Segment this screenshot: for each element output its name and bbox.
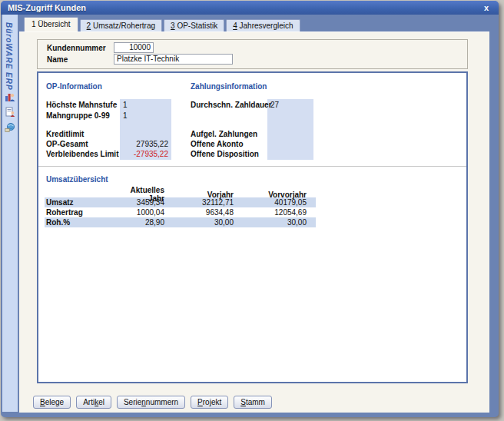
zahlungsinformation-title: Zahlungsinformation: [191, 82, 267, 91]
name-label: Name: [47, 55, 68, 65]
op-row: Verbleibendes Limit -27935,22 Offene Dis…: [38, 150, 466, 160]
close-icon[interactable]: x: [481, 4, 492, 12]
seriennummern-button[interactable]: Seriennummern: [117, 396, 185, 409]
brand-logo: BüroWARE ERP: [5, 22, 13, 91]
kundennummer-label: Kundennummer: [47, 43, 106, 53]
col-vorjahr: Vorjahr: [174, 191, 243, 199]
tab-uebersicht[interactable]: 1 Übersicht: [24, 17, 78, 31]
col-vorvorjahr: Vorvorjahr: [243, 191, 316, 199]
report-person-icon[interactable]: [5, 107, 15, 118]
content-panel: Kundennummer 10000 Name Platzke IT-Techn…: [19, 31, 489, 413]
table-row-roh-prozent: Roh.% 28,90 30,00 30,00: [45, 217, 316, 227]
belege-button[interactable]: Belege: [33, 396, 71, 409]
table-row-umsatz: Umsatz 3459,34 32112,71 40179,05: [45, 197, 316, 207]
kundennummer-field[interactable]: 10000: [114, 42, 154, 53]
projekt-button[interactable]: Projekt: [191, 396, 228, 409]
name-field[interactable]: Platzke IT-Technik: [114, 54, 233, 65]
customer-groupbox: Kundennummer 10000 Name Platzke IT-Techn…: [37, 39, 468, 69]
op-row: Höchste Mahnstufe 1 Durchschn. Zahldauer…: [38, 101, 466, 111]
bottom-button-row: Belege Artikel Seriennummern Projekt Sta…: [33, 396, 272, 409]
table-header-row: Aktuelles Jahr Vorjahr Vorvorjahr: [45, 186, 316, 197]
op-row: OP-Gesamt 27935,22 Offene Akonto: [38, 140, 466, 150]
window-title: MIS-Zugriff Kunden: [8, 3, 86, 12]
artikel-button[interactable]: Artikel: [76, 396, 111, 409]
table-row-rohertrag: Rohertrag 1000,04 9634,48 12054,69: [45, 207, 316, 217]
titlebar[interactable]: MIS-Zugriff Kunden x: [1, 1, 499, 15]
statistics-person-icon[interactable]: [5, 91, 15, 102]
op-row: Kreditlimit Aufgel. Zahlungen: [38, 130, 466, 140]
mis-window: MIS-Zugriff Kunden x BüroWARE ERP: [1, 1, 499, 417]
tabstrip: 1 Übersicht 2 Umsatz/Rohertrag 3 OP-Stat…: [24, 18, 302, 31]
sidebar-icons: [5, 91, 15, 133]
tab-jahresvergleich[interactable]: 4 Jahresvergleich: [226, 19, 300, 31]
tab-umsatz-rohertrag[interactable]: 2 Umsatz/Rohertrag: [80, 19, 162, 31]
overview-panel: OP-Information Zahlungsinformation Höchs…: [37, 71, 468, 383]
sidebar: BüroWARE ERP: [2, 15, 18, 412]
op-row: Mahngruppe 0-99 1: [38, 111, 466, 121]
tab-op-statistik[interactable]: 3 OP-Statistik: [164, 19, 224, 31]
umsatz-table: Aktuelles Jahr Vorjahr Vorvorjahr Umsatz…: [45, 186, 316, 227]
separator: [38, 166, 466, 167]
umsatzuebersicht-title: Umsatzübersicht: [46, 175, 108, 184]
op-information-title: OP-Information: [46, 82, 102, 91]
globe-export-icon[interactable]: [5, 122, 15, 133]
stamm-button[interactable]: Stamm: [234, 396, 272, 409]
